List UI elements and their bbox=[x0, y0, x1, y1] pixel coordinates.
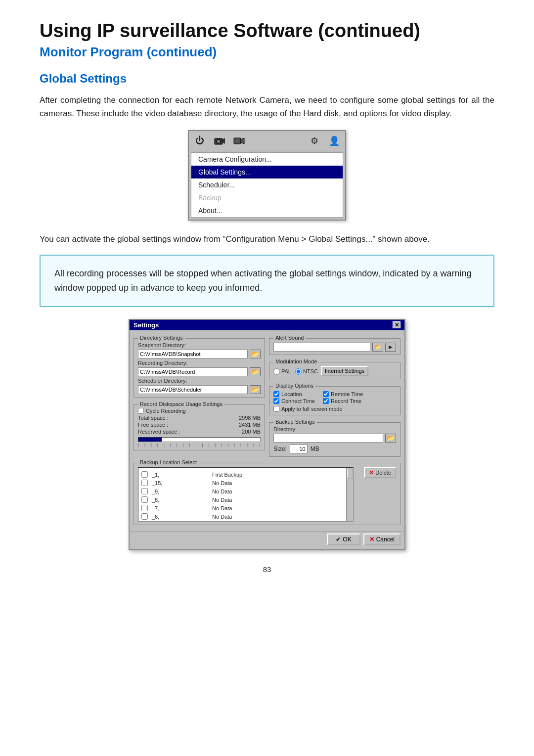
cancel-button[interactable]: ✕ Cancel bbox=[363, 534, 400, 545]
backup-table: _1, First Backup _15, No Data bbox=[139, 471, 352, 522]
reserved-space-value: 200 MB bbox=[242, 429, 261, 435]
svg-marker-3 bbox=[222, 138, 225, 144]
backup-size-input[interactable] bbox=[290, 445, 308, 453]
free-space-label: Free space : bbox=[138, 422, 168, 428]
remote-time-row: Remote Time bbox=[323, 391, 363, 397]
alert-sound-label: Alert Sound bbox=[273, 335, 306, 341]
backup-size-label: Size: bbox=[273, 445, 287, 452]
svg-marker-5 bbox=[241, 138, 244, 144]
location-checkbox[interactable] bbox=[273, 391, 279, 397]
intro-text: After completing the connection for each… bbox=[40, 93, 494, 120]
fullscreen-checkbox[interactable] bbox=[273, 406, 279, 412]
backup-location-group: Backup Location Select _1, First Backup bbox=[134, 463, 400, 525]
cycle-recording-row: Cycle Recording bbox=[138, 408, 261, 414]
backup-row-id: _8, bbox=[150, 496, 210, 504]
total-space-value: 2998 MB bbox=[239, 415, 261, 421]
recording-dir-input[interactable] bbox=[138, 367, 248, 376]
table-row: _15, No Data bbox=[139, 479, 352, 488]
backup-browse-button[interactable]: 📂 bbox=[385, 434, 396, 443]
backup-settings-group: Backup Settings Directory: 📂 Size: MB bbox=[269, 422, 400, 457]
backup-row-value: No Data bbox=[210, 479, 352, 488]
backup-location-label: Backup Location Select bbox=[138, 459, 199, 465]
win-body: Directory Settings Snapshot Directory: 📂… bbox=[130, 330, 404, 461]
win-footer: ✔ OK ✕ Cancel bbox=[130, 531, 404, 549]
video-icon bbox=[232, 134, 246, 148]
remote-time-checkbox[interactable] bbox=[323, 391, 329, 397]
reserved-space-row: Reserved space : 200 MB bbox=[138, 429, 261, 435]
backup-settings-label: Backup Settings bbox=[273, 419, 317, 425]
connect-time-label: Connect Time bbox=[281, 398, 315, 404]
display-options-group: Display Options Location Connect Time bbox=[269, 386, 400, 415]
diskspace-progress-bar bbox=[138, 437, 261, 442]
table-row: _7, No Data bbox=[139, 504, 352, 513]
backup-row-checkbox[interactable] bbox=[141, 471, 148, 478]
scheduler-dir-label: Scheduler Directory: bbox=[138, 378, 261, 384]
cycle-recording-label: Cycle Recording bbox=[146, 408, 186, 414]
backup-size-row: Size: MB bbox=[273, 445, 396, 453]
backup-row-value: No Data bbox=[210, 488, 352, 496]
modulation-radio-row: PAL NTSC bbox=[273, 368, 318, 375]
svg-point-2 bbox=[218, 140, 220, 142]
ok-label: OK bbox=[343, 536, 351, 543]
cycle-recording-checkbox[interactable] bbox=[138, 408, 144, 414]
snapshot-browse-button[interactable]: 📂 bbox=[250, 350, 261, 358]
backup-row-id: _15, bbox=[150, 479, 210, 488]
follow-text: You can activate the global settings win… bbox=[40, 232, 494, 246]
snapshot-dir-input[interactable] bbox=[138, 350, 248, 358]
fullscreen-row: Apply to full screen mode bbox=[273, 406, 396, 412]
menu-box: ⏻ ⚙ 👤 Camera Configuration... bbox=[188, 130, 346, 221]
snapshot-dir-row: 📂 bbox=[138, 350, 261, 358]
table-row: 5, No Data bbox=[139, 521, 352, 522]
backup-action-col: ✕ Delete bbox=[356, 465, 396, 522]
alert-browse-button[interactable]: 📂 bbox=[372, 343, 383, 352]
record-time-checkbox[interactable] bbox=[323, 398, 329, 404]
scrollbar-vertical[interactable] bbox=[346, 468, 353, 521]
cancel-x-icon: ✕ bbox=[369, 536, 374, 543]
settings-window: Settings ✕ Directory Settings Snapshot D… bbox=[129, 319, 405, 550]
scheduler-dir-input[interactable] bbox=[138, 385, 248, 394]
display-options-label: Display Options bbox=[273, 383, 315, 389]
menu-item-scheduler[interactable]: Scheduler... bbox=[191, 178, 343, 191]
remote-time-label: Remote Time bbox=[331, 391, 363, 397]
backup-row-checkbox[interactable] bbox=[141, 496, 148, 503]
fullscreen-label: Apply to full screen mode bbox=[281, 406, 343, 412]
backup-location-section: Backup Location Select _1, First Backup bbox=[130, 463, 404, 529]
table-row: _1, First Backup bbox=[139, 471, 352, 479]
backup-row-checkbox[interactable] bbox=[141, 505, 148, 511]
scheduler-browse-button[interactable]: 📂 bbox=[250, 385, 261, 394]
win-title: Settings bbox=[134, 321, 159, 329]
win-close-button[interactable]: ✕ bbox=[393, 321, 400, 328]
connect-time-checkbox[interactable] bbox=[273, 398, 279, 404]
ntsc-radio[interactable] bbox=[295, 368, 302, 375]
backup-size-unit: MB bbox=[311, 445, 319, 452]
camera-icon bbox=[213, 134, 226, 148]
backup-row-checkbox[interactable] bbox=[141, 480, 148, 486]
reserved-space-label: Reserved space : bbox=[138, 429, 180, 435]
alert-play-button[interactable]: ▶ bbox=[385, 343, 396, 352]
menu-item-global-settings[interactable]: Global Settings... bbox=[191, 166, 343, 178]
backup-dir-input[interactable] bbox=[273, 434, 383, 443]
scrollbar-thumb[interactable] bbox=[347, 469, 353, 479]
record-time-row: Record Time bbox=[323, 398, 363, 404]
backup-row-id: _1, bbox=[150, 471, 210, 479]
menu-item-camera-config[interactable]: Camera Configuration... bbox=[191, 153, 343, 166]
modulation-group: Modulation Mode PAL NTSC bbox=[269, 362, 400, 379]
table-row: _8, No Data bbox=[139, 496, 352, 504]
modulation-label: Modulation Mode bbox=[273, 358, 319, 364]
backup-row-value: No Data bbox=[210, 496, 352, 504]
pal-radio[interactable] bbox=[273, 368, 280, 375]
warning-text: All recording processes will be stopped … bbox=[54, 267, 480, 295]
alert-sound-input[interactable] bbox=[273, 343, 370, 352]
delete-button[interactable]: ✕ Delete bbox=[364, 467, 396, 478]
backup-row-id: _7, bbox=[150, 504, 210, 513]
ok-button[interactable]: ✔ OK bbox=[327, 534, 360, 545]
internet-settings-button[interactable]: Internet Settings bbox=[321, 366, 368, 376]
recording-browse-button[interactable]: 📂 bbox=[250, 367, 261, 376]
scheduler-dir-row: 📂 bbox=[138, 385, 261, 394]
delete-label: Delete bbox=[375, 470, 391, 476]
menu-item-about[interactable]: About... bbox=[191, 204, 343, 217]
backup-row-checkbox[interactable] bbox=[141, 513, 148, 520]
backup-row-value: First Backup bbox=[210, 471, 352, 479]
backup-row-value: No Data bbox=[210, 504, 352, 513]
backup-row-checkbox[interactable] bbox=[141, 488, 148, 494]
